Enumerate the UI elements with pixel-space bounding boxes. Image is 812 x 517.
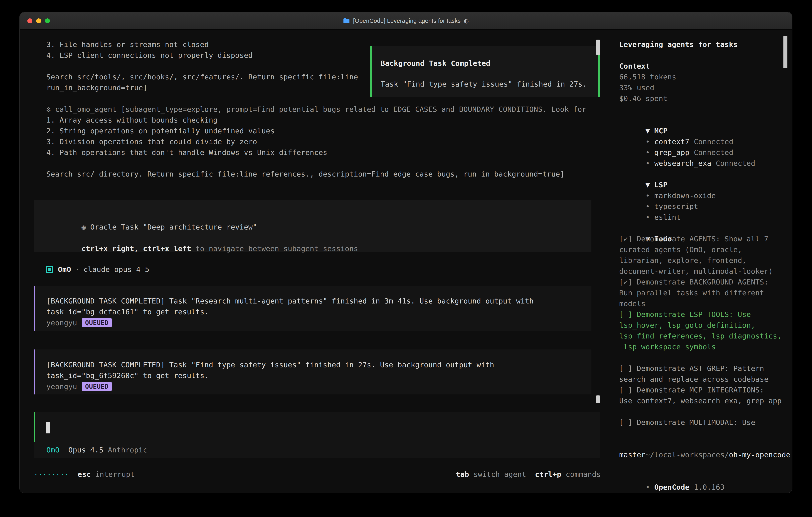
todo-line: search and replace across codebase [619, 374, 792, 385]
todo-line: Use context7, websearch_exa, grep_app [619, 396, 792, 406]
lsp-name: eslint [655, 213, 681, 221]
esc-key-hint: esc [78, 470, 91, 479]
context-used: 33% used [619, 82, 792, 93]
bullet-icon: • [645, 483, 650, 491]
lsp-name: typescript [655, 202, 698, 211]
todo-line: [ ] Demonstrate MCP INTEGRATIONS: [619, 385, 792, 396]
hint-text: to navigate between subagent sessions [191, 245, 358, 253]
conversation-pane: 3. File handles or streams not closed 4.… [34, 39, 600, 458]
mcp-status: Connected [694, 148, 733, 157]
todo-line: models [619, 298, 792, 309]
oracle-task-title: ◉ Oracle Task "Deep architecture review" [34, 211, 591, 222]
todo-line: librarian, explore, frontend, [619, 255, 792, 266]
omo-agent-icon [46, 266, 53, 273]
hint-keys: ctrl+x right, ctrl+x left [82, 245, 191, 253]
ctrlp-key-hint: ctrl+p [535, 470, 561, 479]
window-title: [OpenCode] Leveraging agents for tasks ◐ [343, 18, 469, 24]
model-bar-model: Opus 4.5 [68, 446, 104, 454]
separator-dot: · [75, 265, 80, 273]
opencode-version: •OpenCode1.0.163 [619, 471, 792, 482]
mcp-status: Connected [716, 159, 755, 167]
session-indicator-icon: ◐ [464, 18, 469, 24]
log-line: Search src/ directory. Return specific f… [34, 169, 600, 180]
message-meta: yeongyu QUEUED [46, 317, 591, 328]
bullet-icon: • [645, 202, 650, 211]
queued-badge: QUEUED [82, 318, 112, 327]
context-heading: Context [619, 61, 792, 72]
background-task-message: [BACKGROUND TASK COMPLETED] Task "Resear… [34, 286, 591, 331]
toast-title: Background Task Completed [381, 58, 598, 69]
chevron-down-icon: ▼ [645, 181, 650, 189]
minimize-button[interactable] [36, 19, 41, 23]
message-text: task_id="bg_dcfac161" to get results. [46, 306, 591, 317]
chevron-down-icon: ▼ [645, 127, 650, 135]
mcp-heading: MCP [655, 127, 668, 135]
status-bar: ········ esc interrupt tab switch agent … [34, 469, 601, 480]
todo-item: [ ] Demonstrate AST-GREP: Pattern search… [619, 363, 792, 385]
todo-line: curated agents (OmO, oracle, [619, 244, 792, 255]
log-line: 2. String operations on potentially unde… [34, 126, 600, 136]
lsp-name: markdown-oxide [655, 192, 716, 200]
message-text: task_id="bg_6f59260c" to get results. [46, 370, 591, 381]
mcp-name: websearch_exa [655, 159, 712, 167]
agent-header: OmO · claude-opus-4-5 [34, 264, 600, 275]
queued-badge: QUEUED [82, 382, 112, 391]
prompt-input-box: OmO Opus 4.5 Anthropic [34, 412, 600, 458]
message-meta: yeongyu QUEUED [46, 381, 591, 392]
mcp-section-header: ▼MCP [619, 115, 792, 126]
todo-line: [✓] Demonstrate AGENTS: Show all 7 [619, 234, 792, 244]
window-title-text: [OpenCode] Leveraging agents for tasks [353, 18, 461, 24]
message-text: [BACKGROUND TASK COMPLETED] Task "Find t… [46, 359, 591, 370]
todo-item: [✓] Demonstrate AGENTS: Show all 7 curat… [619, 234, 792, 277]
tab-key-hint: tab [456, 470, 469, 479]
window-titlebar: [OpenCode] Leveraging agents for tasks ◐ [20, 12, 792, 30]
todo-item: [ ] Demonstrate MCP INTEGRATIONS: Use co… [619, 385, 792, 406]
workspace-path-dim: ~/local-workspaces/ [645, 451, 729, 459]
terminal-window: [OpenCode] Leveraging agents for tasks ◐… [19, 12, 792, 493]
todo-section-header: ▼Todo [619, 223, 792, 234]
todo-line: lsp_workspace_symbols [619, 342, 792, 352]
log-line [34, 158, 600, 169]
sidebar-scrollbar-thumb[interactable] [783, 36, 787, 69]
oracle-title-text: Oracle Task "Deep architecture review" [90, 223, 257, 231]
agent-model: claude-opus-4-5 [84, 265, 149, 273]
message-text: [BACKGROUND TASK COMPLETED] Task "Resear… [46, 296, 591, 306]
todo-line: [ ] Demonstrate MULTIMODAL: Use [619, 417, 792, 428]
todo-line: [ ] Demonstrate AST-GREP: Pattern [619, 363, 792, 374]
log-line: 4. Path operations that don't handle Win… [34, 147, 600, 158]
lsp-heading: LSP [655, 181, 668, 189]
mcp-name: context7 [655, 138, 690, 146]
lsp-section-header: ▼LSP [619, 169, 792, 180]
agent-name: OmO [58, 265, 71, 273]
todo-item: [ ] Demonstrate LSP TOOLS: Use lsp_hover… [619, 309, 792, 352]
session-sidebar: Leveraging agents for tasks Context 66,5… [619, 39, 792, 482]
todo-line: lsp_find_references, lsp_diagnostics, [619, 331, 792, 342]
status-left: ········ esc interrupt [34, 470, 135, 479]
spinner-dots-icon: ········ [34, 470, 69, 479]
bullet-icon: • [645, 138, 650, 146]
log-line: 1. Array access without bounds checking [34, 115, 600, 126]
log-line-tool-call: ⚙ call_omo_agent [subagent_type=explore,… [34, 104, 600, 115]
bullet-icon: • [645, 192, 650, 200]
close-button[interactable] [27, 19, 32, 23]
status-right: tab switch agent ctrl+p commands [430, 462, 601, 487]
sidebar-title: Leveraging agents for tasks [619, 39, 792, 50]
text-cursor [46, 422, 50, 433]
context-tokens: 66,518 tokens [619, 72, 792, 82]
main-scrollbar-thumb-bottom[interactable] [596, 396, 600, 403]
todo-line: [ ] Demonstrate LSP TOOLS: Use [619, 309, 792, 320]
bullet-icon: • [645, 148, 650, 157]
message-author: yeongyu [46, 382, 77, 391]
main-scrollbar-thumb[interactable] [596, 39, 600, 55]
opencode-version-number: 1.0.163 [694, 483, 725, 491]
message-input[interactable] [34, 412, 600, 442]
todo-line: lsp_hover, lsp_goto_definition, [619, 320, 792, 331]
workspace-path-bright: oh-my-opencode: [729, 451, 792, 459]
zoom-button[interactable] [45, 19, 50, 23]
folder-icon [343, 18, 350, 24]
mcp-name: grep_app [655, 148, 690, 157]
workspace-path: ~/local-workspaces/oh-my-opencode: [619, 439, 792, 450]
model-bar-agent: OmO [46, 446, 60, 454]
ctrlp-key-label: commands [561, 470, 601, 479]
message-author: yeongyu [46, 319, 77, 327]
